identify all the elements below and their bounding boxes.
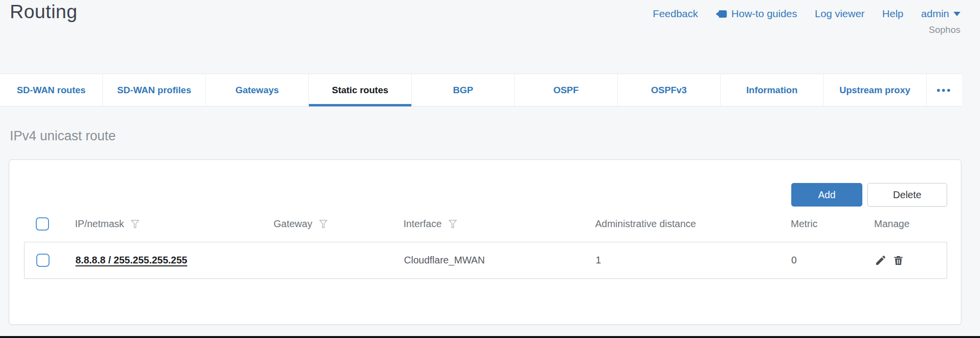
window-bottom-edge bbox=[0, 336, 980, 338]
row-checkbox[interactable] bbox=[36, 254, 50, 267]
brand-label: Sophos bbox=[929, 25, 960, 35]
table-header: IP/netmask Gateway Interface Administrat… bbox=[24, 211, 947, 236]
routes-card: Add Delete IP/netmask Gateway Interface bbox=[9, 159, 961, 325]
column-header-gateway: Gateway bbox=[274, 218, 312, 230]
pencil-icon[interactable] bbox=[875, 254, 887, 266]
delete-button[interactable]: Delete bbox=[867, 183, 947, 207]
column-header-interface: Interface bbox=[403, 218, 442, 230]
route-ip-netmask-link[interactable]: 8.8.8.8 / 255.255.255.255 bbox=[75, 255, 187, 266]
tab-sd-wan-profiles[interactable]: SD-WAN profiles bbox=[103, 74, 206, 106]
tab-static-routes[interactable]: Static routes bbox=[309, 74, 412, 106]
column-header-ip-netmask: IP/netmask bbox=[75, 218, 124, 230]
tab-ospfv3[interactable]: OSPFv3 bbox=[618, 74, 721, 106]
funnel-icon[interactable] bbox=[318, 219, 328, 229]
log-viewer-link[interactable]: Log viewer bbox=[815, 8, 865, 20]
select-all-checkbox[interactable] bbox=[36, 217, 49, 231]
table-row: 8.8.8.8 / 255.255.255.255 Cloudflare_MWA… bbox=[24, 242, 947, 279]
tab-information[interactable]: Information bbox=[721, 74, 824, 106]
admin-menu[interactable]: admin bbox=[921, 8, 960, 20]
admin-menu-label: admin bbox=[921, 8, 949, 20]
tab-ospf[interactable]: OSPF bbox=[515, 74, 618, 106]
funnel-icon[interactable] bbox=[448, 219, 458, 229]
section-heading: IPv4 unicast route bbox=[10, 129, 116, 144]
feedback-link[interactable]: Feedback bbox=[653, 8, 698, 20]
howto-guides-label: How-to guides bbox=[731, 8, 797, 20]
column-header-admin-distance: Administrative distance bbox=[595, 218, 696, 230]
tab-sd-wan-routes[interactable]: SD-WAN routes bbox=[0, 74, 103, 106]
tab-bar: SD-WAN routes SD-WAN profiles Gateways S… bbox=[0, 74, 962, 106]
ellipsis-icon: ••• bbox=[936, 84, 952, 96]
howto-guides-link[interactable]: How-to guides bbox=[716, 8, 797, 20]
routing-page: Routing Feedback How-to guides Log viewe… bbox=[0, 0, 980, 338]
trash-icon[interactable] bbox=[893, 254, 904, 266]
chevron-down-icon bbox=[954, 12, 960, 16]
page-title: Routing bbox=[10, 1, 77, 23]
funnel-icon[interactable] bbox=[130, 219, 140, 229]
tab-bgp[interactable]: BGP bbox=[412, 74, 515, 106]
route-metric-value: 0 bbox=[791, 255, 875, 266]
route-interface-value: Cloudflare_MWAN bbox=[404, 255, 596, 266]
route-manage-cell bbox=[875, 254, 947, 266]
tab-upstream-proxy[interactable]: Upstream proxy bbox=[824, 74, 927, 106]
tab-gateways[interactable]: Gateways bbox=[206, 74, 309, 106]
column-header-metric: Metric bbox=[791, 218, 817, 230]
column-header-manage: Manage bbox=[874, 218, 909, 230]
add-button[interactable]: Add bbox=[791, 183, 862, 207]
top-nav: Feedback How-to guides Log viewer Help a… bbox=[653, 8, 960, 20]
video-camera-icon bbox=[716, 10, 727, 18]
table-toolbar: Add Delete bbox=[791, 183, 947, 207]
route-admin-distance-value: 1 bbox=[596, 255, 791, 266]
more-tabs-button[interactable]: ••• bbox=[927, 74, 962, 106]
help-link[interactable]: Help bbox=[882, 8, 904, 20]
